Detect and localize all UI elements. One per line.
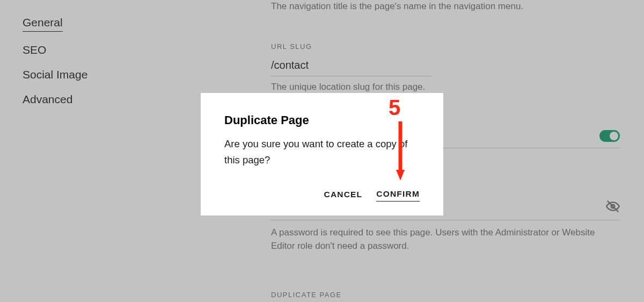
nav-title-helper: The navigation title is the page's name … — [271, 0, 620, 13]
duplicate-page-dialog: Duplicate Page Are you sure you want to … — [201, 93, 443, 215]
cancel-button[interactable]: CANCEL — [324, 189, 362, 202]
url-slug-field[interactable]: /contact — [271, 56, 432, 76]
dialog-actions: CANCEL CONFIRM — [224, 189, 420, 202]
duplicate-page-label[interactable]: DUPLICATE PAGE — [271, 291, 620, 299]
annotation-step-number: 5 — [389, 96, 400, 120]
eye-off-icon[interactable] — [606, 199, 620, 213]
settings-sidebar: General SEO Social Image Advanced — [0, 0, 161, 302]
url-slug-helper: The unique location slug for this page. — [271, 82, 620, 92]
sidebar-item-advanced[interactable]: Advanced — [23, 93, 161, 106]
password-helper: A password is required to see this page.… — [271, 226, 620, 253]
confirm-button[interactable]: CONFIRM — [376, 189, 420, 202]
enable-toggle[interactable] — [599, 130, 620, 142]
url-slug-label: URL SLUG — [271, 42, 620, 51]
dialog-message: Are you sure you want to create a copy o… — [224, 136, 420, 168]
sidebar-item-seo[interactable]: SEO — [23, 44, 161, 56]
sidebar-item-general[interactable]: General — [23, 16, 63, 32]
sidebar-item-social-image[interactable]: Social Image — [23, 68, 161, 81]
toggle-knob — [610, 132, 618, 140]
